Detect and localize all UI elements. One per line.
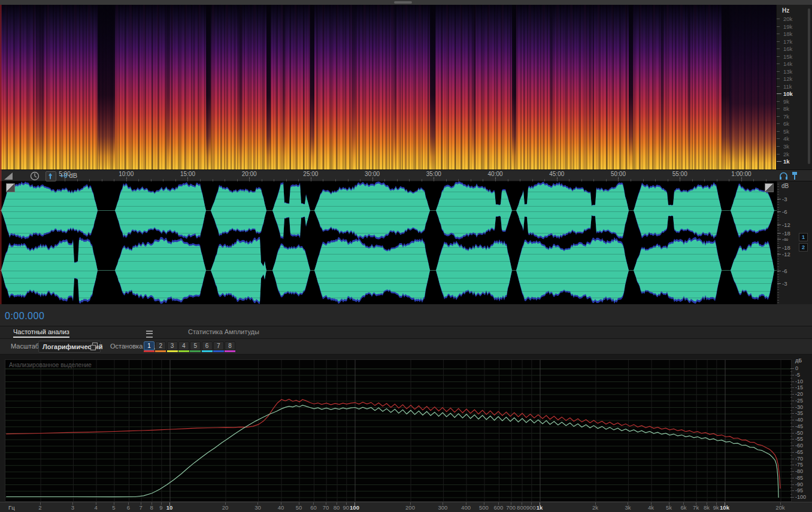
frequency-tick-label: 17k	[783, 38, 792, 45]
amplitude-minor-tick	[777, 215, 779, 216]
waveform-gridline	[0, 278, 777, 278]
hz-tick-label: 800	[517, 504, 526, 511]
db-minor-tick	[790, 462, 792, 462]
waveform-gridline	[0, 192, 777, 192]
db-minor-tick	[790, 420, 792, 420]
db-tick-label: -65	[795, 449, 803, 455]
amplitude-minor-tick	[777, 259, 779, 259]
frequency-tick-label: 8k	[783, 105, 789, 112]
frequency-tick	[777, 146, 780, 147]
snap-toggle[interactable]	[46, 171, 56, 181]
amplitude-minor-tick	[777, 300, 779, 301]
hz-tick-label: 60	[310, 504, 317, 511]
hz-tick-label: 900	[526, 504, 536, 511]
db-minor-tick	[790, 455, 792, 456]
amplitude-minor-tick	[777, 202, 779, 202]
amplitude-minor-tick	[777, 210, 779, 210]
db-minor-tick	[790, 417, 792, 417]
hold-frame-button-6[interactable]: 6	[202, 341, 213, 350]
waveform-gridline	[0, 218, 777, 219]
hz-tick	[337, 502, 337, 505]
amplitude-minor-tick	[777, 235, 779, 236]
frequency-tick	[777, 26, 780, 27]
hz-tick-label: 9	[159, 504, 162, 511]
amplitude-minor-tick	[777, 295, 779, 295]
corner-grip-icon[interactable]	[765, 183, 774, 192]
hold-frame-button-4[interactable]: 4	[178, 341, 189, 350]
spectrogram-display[interactable]	[0, 5, 776, 169]
audition-window: Hz 20k19k18k17k16k15k14k13k12k11k10k9k8k…	[0, 0, 812, 512]
marker-icon[interactable]	[792, 171, 798, 180]
channel-badge-1[interactable]: 1	[799, 233, 808, 241]
db-tick-label: 0	[795, 365, 798, 371]
amplitude-tick	[777, 271, 781, 271]
frequency-plot-canvas	[5, 360, 791, 501]
hold-frame-button-3[interactable]: 3	[167, 341, 178, 350]
frequency-tick-label: 7k	[783, 113, 789, 120]
tab-frequency-analysis[interactable]: Частотный анализ	[13, 328, 69, 335]
waveform-gridline	[0, 271, 777, 271]
db-minor-tick	[790, 474, 792, 475]
frequency-tick-label: 6k	[783, 120, 789, 127]
timeline-ruler[interactable]: +0dB 5:0010:0015:0020:0025:0030:0035:004…	[0, 169, 812, 181]
hold-frame-color-strip	[190, 350, 201, 352]
frequency-tick-label: 12k	[783, 75, 792, 82]
waveform-gridline	[0, 206, 777, 207]
amplitude-ruler[interactable]: dB -3-6-12-18-∞-18-12-6-312	[777, 181, 812, 304]
amplitude-minor-tick	[777, 223, 779, 223]
db-minor-tick	[790, 484, 792, 485]
spectrogram-dark-streak	[472, 5, 475, 169]
hz-tick	[281, 502, 281, 505]
analysis-tab-bar: Частотный анализ Статистика Амплитуды	[0, 326, 812, 339]
frequency-tick-label: 15k	[783, 53, 792, 60]
db-minor-tick	[790, 375, 792, 375]
db-minor-tick	[790, 413, 792, 414]
spectrogram-section-gap	[512, 5, 516, 169]
headphones-icon[interactable]	[779, 172, 788, 180]
db-minor-tick	[790, 449, 792, 449]
playhead[interactable]	[1, 5, 1, 304]
hz-tick-label: 4k	[648, 504, 654, 511]
vertical-scrollbar[interactable]	[808, 8, 810, 164]
panel-menu-icon[interactable]	[146, 331, 153, 338]
waveform-canvas[interactable]	[0, 181, 777, 304]
db-tick-label: -40	[795, 417, 803, 423]
db-minor-tick	[790, 433, 792, 434]
spectrogram-canvas[interactable]	[0, 5, 776, 169]
amplitude-tick	[777, 247, 781, 248]
hz-tick	[72, 502, 73, 505]
amplitude-minor-tick	[777, 246, 779, 246]
frequency-tick	[777, 41, 780, 42]
amplitude-ruler-unit: dB	[781, 183, 789, 189]
hold-frame-button-7[interactable]: 7	[213, 341, 224, 350]
db-minor-tick	[790, 459, 792, 459]
hz-tick	[141, 502, 141, 505]
clock-icon[interactable]	[30, 171, 40, 181]
hold-frame-button-1[interactable]: 1	[144, 341, 154, 350]
panel-resize-grip[interactable]	[394, 1, 412, 4]
db-tick	[790, 497, 794, 498]
hz-tick-label: 80	[334, 504, 340, 511]
spectrogram-dark-streak	[550, 5, 553, 169]
hold-frame-button-5[interactable]: 5	[190, 341, 201, 350]
hold-frame-button-8[interactable]: 8	[225, 341, 235, 350]
timeline-tick-label: 40:00	[488, 171, 503, 177]
waveform-display[interactable]	[0, 181, 777, 304]
hz-tick	[540, 502, 540, 506]
tab-amplitude-statistics[interactable]: Статистика Амплитуды	[188, 328, 259, 335]
status-bar: 0:00.000 {}{}	[0, 304, 812, 326]
copy-icon[interactable]	[90, 342, 99, 351]
db-minor-tick	[790, 404, 792, 404]
time-display[interactable]: 0:00.000	[5, 311, 44, 322]
amplitude-tick-label: -3	[782, 280, 787, 287]
spectrogram-section-gap	[430, 5, 435, 169]
channel-badge-2[interactable]: 2	[799, 243, 808, 252]
corner-grip-icon[interactable]	[6, 183, 15, 192]
db-minor-tick	[790, 429, 792, 430]
hold-frame-button-2[interactable]: 2	[155, 341, 166, 350]
waveform-gridline	[0, 247, 777, 248]
frequency-ruler[interactable]: Hz 20k19k18k17k16k15k14k13k12k11k10k9k8k…	[776, 5, 812, 169]
frequency-plot[interactable]: Анализированное выделение	[5, 359, 792, 502]
fade-envelope-icon[interactable]	[4, 172, 13, 180]
amplitude-tick-label: -3	[782, 196, 787, 202]
